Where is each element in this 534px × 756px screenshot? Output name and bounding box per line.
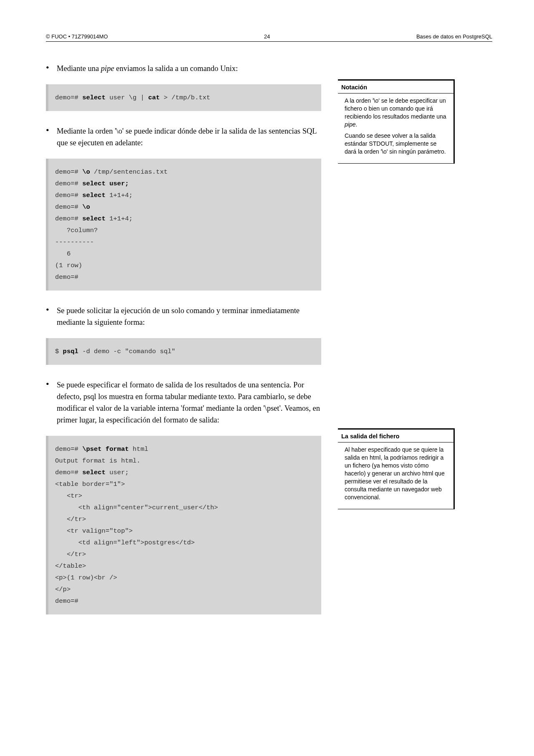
bullet-text-3: Se puede solicitar la ejecución de un so…	[57, 305, 321, 328]
sidebar-note-title: La salida del fichero	[338, 430, 453, 442]
code-block-1: demo=# select user \g | cat > /tmp/b.txt	[46, 84, 321, 111]
bullet-text-2: Mediante la orden '\o' se puede indicar …	[57, 125, 321, 149]
sidebar-note-notacion: Notación A la orden '\o' se le debe espe…	[338, 79, 455, 164]
code-block-4: demo=# \pset format html Output format i…	[46, 436, 321, 614]
bullet-text-4: Se puede especificar el formato de salid…	[57, 379, 321, 426]
code-block-3: $ psql -d demo -c "comando sql"	[46, 338, 321, 365]
sidebar-note-body: A la orden '\o' se le debe especificar u…	[338, 94, 453, 163]
bullet-dot-icon: •	[46, 305, 57, 328]
page-header: © FUOC • 71Z799014MO 24 Bases de datos e…	[46, 33, 492, 42]
bullet-dot-icon: •	[46, 63, 57, 74]
sidebar-column: Notación A la orden '\o' se le debe espe…	[338, 58, 455, 629]
sidebar-note-salida: La salida del fichero Al haber especific…	[338, 428, 455, 509]
bullet-dot-icon: •	[46, 379, 57, 426]
bullet-item-2: • Mediante la orden '\o' se puede indica…	[46, 125, 321, 149]
content-wrap: • Mediante una pipe enviamos la salida a…	[46, 58, 492, 629]
main-column: • Mediante una pipe enviamos la salida a…	[46, 58, 321, 629]
page-number: 24	[264, 33, 270, 40]
bullet-item-1: • Mediante una pipe enviamos la salida a…	[46, 63, 321, 74]
sidebar-note-title: Notación	[338, 81, 453, 94]
spacer	[338, 176, 455, 428]
bullet-dot-icon: •	[46, 125, 57, 149]
header-left: © FUOC • 71Z799014MO	[46, 33, 108, 40]
document-page: © FUOC • 71Z799014MO 24 Bases de datos e…	[0, 0, 534, 756]
bullet-item-3: • Se puede solicitar la ejecución de un …	[46, 305, 321, 328]
sidebar-note-body: Al haber especificado que se quiere la s…	[338, 442, 453, 509]
bullet-text-1: Mediante una pipe enviamos la salida a u…	[57, 63, 321, 74]
bullet-item-4: • Se puede especificar el formato de sal…	[46, 379, 321, 426]
code-block-2: demo=# \o /tmp/sentencias.txt demo=# sel…	[46, 159, 321, 291]
header-right: Bases de datos en PostgreSQL	[416, 33, 492, 40]
